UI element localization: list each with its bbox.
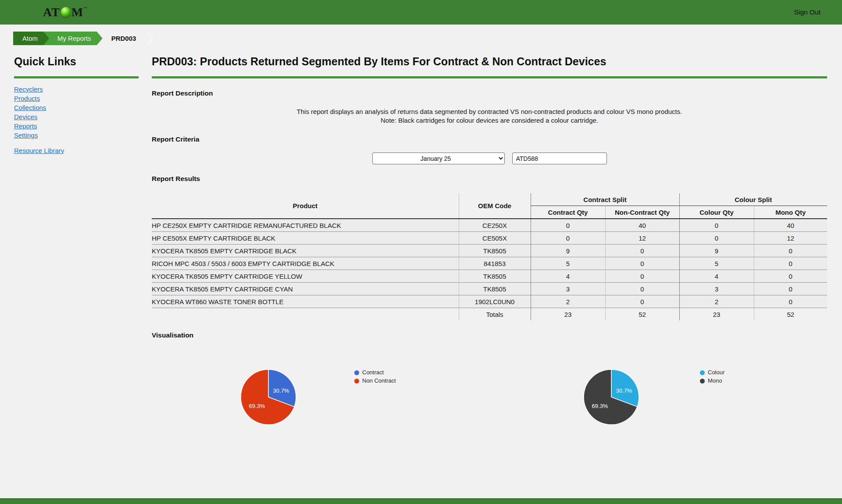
breadcrumb-item-my-reports[interactable]: My Reports	[43, 32, 103, 45]
col-header-contract-qty: Contract Qty	[531, 206, 605, 219]
report-criteria-heading: Report Criteria	[152, 135, 827, 144]
quick-links-list: Recyclers Products Collections Devices R…	[14, 85, 139, 140]
description-line-1: This report displays an analysis of retu…	[152, 107, 827, 116]
totals-row: Totals 23 52 23 52	[152, 308, 827, 321]
breadcrumb-item-atom[interactable]: Atom	[13, 32, 49, 45]
table-row: KYOCERA WT860 WASTE TONER BOTTLE 1902LC0…	[152, 295, 827, 308]
colour-split-legend: Colour Mono	[700, 370, 724, 383]
col-header-colour-qty: Colour Qty	[679, 206, 754, 219]
legend-label: Non Contract	[362, 378, 396, 383]
visualisation-heading: Visualisation	[152, 331, 827, 340]
table-row: KYOCERA TK8505 EMPTY CARTRIDGE YELLOW TK…	[152, 270, 827, 283]
table-row: HP CE250X EMPTY CARTRIDGE REMANUFACTURED…	[152, 219, 827, 232]
top-bar: ATM™ Sign Out	[0, 0, 842, 25]
sidebar-divider	[14, 76, 139, 78]
breadcrumb-item-current: PRD003	[111, 35, 136, 42]
footer-bar	[0, 498, 842, 504]
main-content: PRD003: Products Returned Segmented By I…	[152, 55, 827, 443]
legend-dot-icon	[700, 379, 705, 383]
legend-label: Contract	[362, 370, 384, 375]
legend-item: Contract	[354, 370, 396, 375]
col-group-contract-split: Contract Split	[531, 193, 679, 206]
sidebar: Quick Links Recyclers Products Collectio…	[14, 55, 139, 155]
totals-empty-cell	[152, 308, 459, 321]
col-header-mono-qty: Mono Qty	[754, 206, 827, 219]
logo-trademark: ™	[83, 7, 88, 11]
breadcrumb: Atom My Reports PRD003	[13, 32, 153, 45]
month-select[interactable]: January 25	[372, 153, 505, 164]
sidebar-item-reports[interactable]: Reports	[14, 121, 139, 131]
page-title: PRD003: Products Returned Segmented By I…	[152, 55, 827, 68]
sidebar-item-devices[interactable]: Devices	[14, 112, 139, 121]
legend-dot-icon	[354, 370, 359, 375]
legend-dot-icon	[700, 370, 705, 375]
pie-value-label: 69.3%	[592, 403, 608, 409]
chevron-right-icon	[147, 32, 153, 45]
report-description-heading: Report Description	[152, 89, 827, 98]
results-table: Product OEM Code Contract Split Colour S…	[152, 193, 827, 320]
total-colour-qty: 23	[679, 308, 754, 321]
legend-label: Colour	[708, 370, 724, 375]
pie-value-label: 30.7%	[616, 387, 632, 394]
atom-logo: ATM™	[43, 6, 88, 18]
total-mono-qty: 52	[754, 308, 827, 321]
col-header-product: Product	[152, 193, 459, 219]
sidebar-item-products[interactable]: Products	[14, 94, 139, 103]
contract-split-legend: Contract Non Contract	[354, 370, 396, 383]
sidebar-title: Quick Links	[14, 55, 139, 68]
sidebar-item-collections[interactable]: Collections	[14, 103, 139, 112]
report-criteria: January 25	[152, 153, 827, 164]
logo-orb-icon	[61, 7, 71, 18]
description-line-2: Note: Black cartridges for colour device…	[152, 116, 827, 125]
visualisation-area: 30.7% 69.3% Contract Non Contract	[152, 340, 827, 443]
sign-out-link[interactable]: Sign Out	[794, 8, 821, 16]
table-row: HP CE505X EMPTY CARTRIDGE BLACK CE505X 0…	[152, 232, 827, 245]
report-description: This report displays an analysis of retu…	[152, 107, 827, 125]
device-code-input[interactable]	[512, 153, 607, 164]
total-contract-qty: 23	[531, 308, 605, 321]
contract-split-pie-chart: 30.7% 69.3%	[238, 366, 299, 428]
sidebar-item-settings[interactable]: Settings	[14, 131, 139, 140]
report-results-heading: Report Results	[152, 174, 827, 183]
title-divider	[152, 76, 827, 78]
legend-label: Mono	[708, 378, 722, 383]
colour-split-pie-chart: 30.7% 69.3%	[581, 366, 642, 428]
legend-dot-icon	[354, 379, 359, 383]
sidebar-item-resource-library[interactable]: Resource Library	[14, 146, 139, 155]
pie-value-label: 69.3%	[249, 403, 265, 409]
page: ATM™ Sign Out Atom My Reports PRD003 Qui…	[0, 0, 842, 504]
col-header-non-contract-qty: Non-Contract Qty	[605, 206, 679, 219]
logo-text-m: M	[71, 6, 83, 18]
pie-value-label: 30.7%	[273, 387, 289, 394]
table-row: KYOCERA TK8505 EMPTY CARTRIDGE BLACK TK8…	[152, 245, 827, 257]
legend-item: Mono	[700, 378, 724, 383]
logo-text-at: AT	[43, 6, 60, 18]
totals-label: Totals	[459, 308, 531, 321]
table-row: RICOH MPC 4503 / 5503 / 6003 EMPTY CARTR…	[152, 257, 827, 270]
legend-item: Colour	[700, 370, 724, 375]
col-header-oem-code: OEM Code	[459, 193, 531, 219]
sidebar-item-recyclers[interactable]: Recyclers	[14, 85, 139, 94]
legend-item: Non Contract	[354, 378, 396, 383]
table-row: KYOCERA TK8505 EMPTY CARTRIDGE CYAN TK85…	[152, 283, 827, 295]
total-non-contract-qty: 52	[605, 308, 679, 321]
col-group-colour-split: Colour Split	[679, 193, 827, 206]
